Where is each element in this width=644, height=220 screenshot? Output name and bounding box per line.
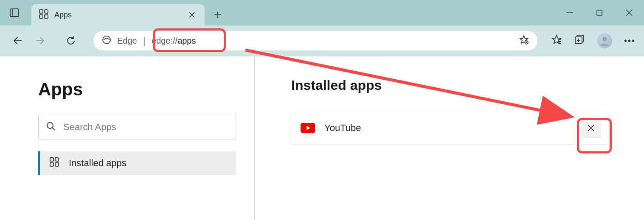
main-panel: Installed apps YouTube xyxy=(255,56,644,220)
svg-rect-32 xyxy=(55,163,59,166)
sidebar: Apps Installed apps xyxy=(0,56,255,220)
address-divider: | xyxy=(143,36,146,46)
apps-grid-icon xyxy=(49,157,59,170)
more-menu-button[interactable]: ••• xyxy=(624,36,636,46)
browser-toolbar: Edge | edge://apps ••• xyxy=(0,25,644,56)
maximize-button[interactable] xyxy=(585,0,614,25)
address-label: Edge xyxy=(117,36,137,46)
svg-rect-2 xyxy=(39,10,43,13)
favorites-icon[interactable] xyxy=(551,34,562,47)
svg-rect-0 xyxy=(10,9,19,17)
svg-point-26 xyxy=(602,37,607,41)
section-heading: Installed apps xyxy=(291,78,619,93)
svg-rect-11 xyxy=(597,10,602,15)
app-card-youtube[interactable]: YouTube xyxy=(291,112,608,144)
svg-rect-4 xyxy=(39,15,43,18)
minimize-button[interactable] xyxy=(555,0,585,25)
svg-rect-5 xyxy=(45,15,48,18)
window-controls xyxy=(555,0,644,25)
titlebar: Apps xyxy=(0,0,644,25)
page-title: Apps xyxy=(38,79,237,100)
forward-button[interactable] xyxy=(31,32,49,50)
nav-installed-apps[interactable]: Installed apps xyxy=(38,151,236,175)
edge-logo-icon xyxy=(102,35,111,47)
svg-line-28 xyxy=(52,128,55,130)
profile-avatar[interactable] xyxy=(597,33,612,48)
search-apps-input[interactable] xyxy=(63,122,228,133)
close-tab-button[interactable] xyxy=(186,9,198,21)
tab-actions-button[interactable] xyxy=(0,0,29,25)
apps-icon xyxy=(39,9,48,20)
svg-point-27 xyxy=(47,123,53,128)
address-bar[interactable]: Edge | edge://apps xyxy=(93,31,537,50)
search-icon xyxy=(46,122,56,133)
youtube-icon xyxy=(301,123,315,133)
svg-rect-29 xyxy=(50,158,53,161)
tab-title: Apps xyxy=(54,11,180,19)
nav-item-label: Installed apps xyxy=(69,158,127,169)
svg-rect-30 xyxy=(55,157,59,161)
back-button[interactable] xyxy=(8,32,26,50)
content: Apps Installed apps Installed apps YouTu… xyxy=(0,56,644,220)
collections-icon[interactable] xyxy=(574,34,585,47)
toolbar-right: ••• xyxy=(543,33,636,48)
new-tab-button[interactable] xyxy=(207,4,228,25)
browser-tab[interactable]: Apps xyxy=(31,4,205,25)
svg-rect-31 xyxy=(50,163,53,166)
close-window-button[interactable] xyxy=(614,0,644,25)
refresh-button[interactable] xyxy=(62,32,80,50)
app-name: YouTube xyxy=(324,123,571,134)
svg-rect-3 xyxy=(44,9,48,13)
favorite-add-icon[interactable] xyxy=(519,35,529,47)
address-url: edge://apps xyxy=(152,36,196,46)
remove-app-button[interactable] xyxy=(581,118,601,138)
search-apps-box[interactable] xyxy=(38,115,236,139)
